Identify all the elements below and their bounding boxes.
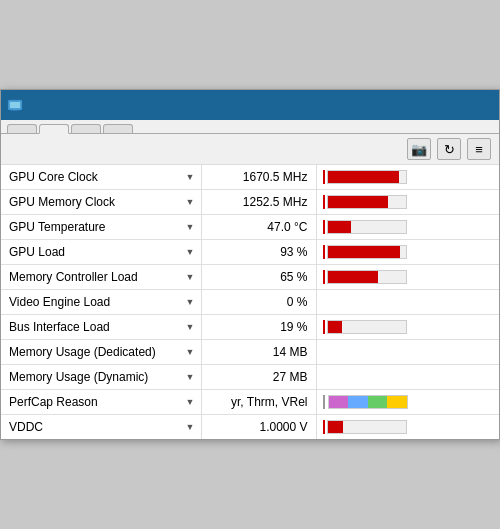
sensor-name-label: GPU Memory Clock — [9, 195, 115, 209]
dropdown-arrow-icon[interactable]: ▼ — [186, 422, 195, 432]
sensor-name-cell: PerfCap Reason▼ — [1, 390, 201, 415]
sensor-name-cell: Bus Interface Load▼ — [1, 315, 201, 340]
camera-button[interactable]: 📷 — [407, 138, 431, 160]
title-bar — [1, 90, 499, 120]
sensor-bar-cell — [316, 390, 499, 415]
sensor-bar-cell — [316, 290, 499, 315]
perfcap-bar — [328, 395, 408, 409]
close-button[interactable] — [473, 95, 493, 115]
bar-wrap — [323, 245, 494, 259]
window-controls — [425, 95, 493, 115]
sensor-name-cell: Memory Usage (Dedicated)▼ — [1, 340, 201, 365]
tab-validation[interactable] — [103, 124, 133, 133]
bar-wrap — [323, 220, 494, 234]
sensor-value-cell: 93 % — [201, 240, 316, 265]
sensor-name-cell: GPU Memory Clock▼ — [1, 190, 201, 215]
dropdown-arrow-icon[interactable]: ▼ — [186, 197, 195, 207]
bar-fill — [328, 171, 400, 183]
sensor-name-label: VDDC — [9, 420, 43, 434]
bar-wrap — [323, 270, 494, 284]
svg-rect-1 — [10, 102, 20, 108]
table-row: VDDC▼1.0000 V — [1, 415, 499, 440]
tab-advanced[interactable] — [71, 124, 101, 133]
table-row: Memory Controller Load▼65 % — [1, 265, 499, 290]
table-row: Bus Interface Load▼19 % — [1, 315, 499, 340]
table-row: GPU Core Clock▼1670.5 MHz — [1, 165, 499, 190]
tab-sensors[interactable] — [39, 124, 69, 134]
bar-track — [327, 245, 407, 259]
sensors-table: GPU Core Clock▼1670.5 MHzGPU Memory Cloc… — [1, 165, 499, 439]
dropdown-arrow-icon[interactable]: ▼ — [186, 297, 195, 307]
app-icon — [7, 97, 23, 113]
menu-button[interactable]: ≡ — [467, 138, 491, 160]
bar-tick — [323, 195, 325, 209]
dropdown-arrow-icon[interactable]: ▼ — [186, 322, 195, 332]
sensor-value-cell: 19 % — [201, 315, 316, 340]
bar-tick — [323, 245, 325, 259]
bar-fill — [328, 221, 351, 233]
sensor-bar-cell — [316, 415, 499, 440]
sensor-name-cell: Video Engine Load▼ — [1, 290, 201, 315]
dropdown-arrow-icon[interactable]: ▼ — [186, 372, 195, 382]
bar-track — [327, 170, 407, 184]
sensor-name-cell: GPU Temperature▼ — [1, 215, 201, 240]
perfcap-segment — [368, 396, 388, 408]
perfcap-segment — [348, 396, 368, 408]
minimize-button[interactable] — [425, 95, 445, 115]
sensor-name-label: Memory Controller Load — [9, 270, 138, 284]
sensor-value-cell: 27 MB — [201, 365, 316, 390]
svg-rect-3 — [11, 110, 19, 111]
bar-track — [327, 220, 407, 234]
perfcap-segment — [329, 396, 349, 408]
bar-fill — [328, 321, 343, 333]
sensor-name-label: Memory Usage (Dynamic) — [9, 370, 148, 384]
perfcap-bar-wrap — [323, 395, 494, 409]
dropdown-arrow-icon[interactable]: ▼ — [186, 347, 195, 357]
sensor-bar-cell — [316, 240, 499, 265]
bar-track — [327, 195, 407, 209]
table-row: Memory Usage (Dynamic)▼27 MB — [1, 365, 499, 390]
sensor-name-cell: VDDC▼ — [1, 415, 201, 440]
sensor-name-cell: Memory Usage (Dynamic)▼ — [1, 365, 201, 390]
bar-fill — [328, 196, 389, 208]
refresh-button[interactable]: ↻ — [437, 138, 461, 160]
perfcap-tick — [323, 395, 325, 409]
sensor-value-cell: 0 % — [201, 290, 316, 315]
bar-tick — [323, 220, 325, 234]
table-row: GPU Memory Clock▼1252.5 MHz — [1, 190, 499, 215]
table-row: Memory Usage (Dedicated)▼14 MB — [1, 340, 499, 365]
sensor-value-cell: yr, Thrm, VRel — [201, 390, 316, 415]
sensor-bar-cell — [316, 265, 499, 290]
table-row: GPU Load▼93 % — [1, 240, 499, 265]
sensor-bar-cell — [316, 190, 499, 215]
dropdown-arrow-icon[interactable]: ▼ — [186, 222, 195, 232]
main-window: 📷 ↻ ≡ GPU Core Clock▼1670.5 MHzGPU Memor… — [0, 89, 500, 440]
maximize-button[interactable] — [449, 95, 469, 115]
sensor-value-cell: 1.0000 V — [201, 415, 316, 440]
dropdown-arrow-icon[interactable]: ▼ — [186, 397, 195, 407]
dropdown-arrow-icon[interactable]: ▼ — [186, 172, 195, 182]
sensor-value-cell: 1252.5 MHz — [201, 190, 316, 215]
bar-tick — [323, 170, 325, 184]
sensor-value-cell: 47.0 °C — [201, 215, 316, 240]
sensor-name-label: Bus Interface Load — [9, 320, 110, 334]
table-row: Video Engine Load▼0 % — [1, 290, 499, 315]
perfcap-segment — [387, 396, 407, 408]
sensor-bar-cell — [316, 365, 499, 390]
sensor-name-label: GPU Core Clock — [9, 170, 98, 184]
bar-wrap — [323, 195, 494, 209]
sensor-name-label: GPU Load — [9, 245, 65, 259]
bar-track — [327, 320, 407, 334]
dropdown-arrow-icon[interactable]: ▼ — [186, 272, 195, 282]
sensor-name-cell: GPU Core Clock▼ — [1, 165, 201, 190]
sensor-bar-cell — [316, 340, 499, 365]
bar-tick — [323, 420, 325, 434]
sensor-bar-cell — [316, 215, 499, 240]
sensor-name-cell: Memory Controller Load▼ — [1, 265, 201, 290]
sensors-toolbar: 📷 ↻ ≡ — [1, 134, 499, 165]
sensor-value-cell: 1670.5 MHz — [201, 165, 316, 190]
sensor-name-label: Video Engine Load — [9, 295, 110, 309]
sensor-name-cell: GPU Load▼ — [1, 240, 201, 265]
dropdown-arrow-icon[interactable]: ▼ — [186, 247, 195, 257]
tab-graphics-card[interactable] — [7, 124, 37, 133]
